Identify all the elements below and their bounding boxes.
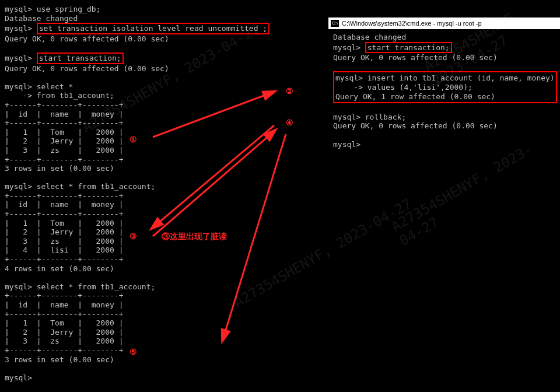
cmd-icon: C:\ <box>331 20 339 27</box>
left-output: mysql> use spring_db; Database changed m… <box>5 5 322 382</box>
dirty-read-note: ③这里出现了脏读 <box>162 232 227 242</box>
r-start-tx-box: start transaction; <box>365 42 452 54</box>
right-output: Database changed mysql> start transactio… <box>333 33 555 149</box>
marker-1: ① <box>130 135 137 144</box>
marker-4: ④ <box>286 118 293 127</box>
cmd-titlebar[interactable]: C:\ C:\Windows\system32\cmd.exe - mysql … <box>328 18 560 29</box>
marker-3: ③ <box>130 232 137 241</box>
iso-cmd-box: set transaction isolation level read unc… <box>37 23 270 34</box>
marker-5: ⑤ <box>130 347 137 356</box>
left-terminal: mysql> use spring_db; Database changed m… <box>0 0 327 392</box>
marker-2: ② <box>286 86 293 96</box>
cmd-title-text: C:\Windows\system32\cmd.exe - mysql -u r… <box>342 20 482 27</box>
right-terminal: Database changed mysql> start transactio… <box>328 30 560 151</box>
start-tx-box: start transaction; <box>37 52 124 64</box>
